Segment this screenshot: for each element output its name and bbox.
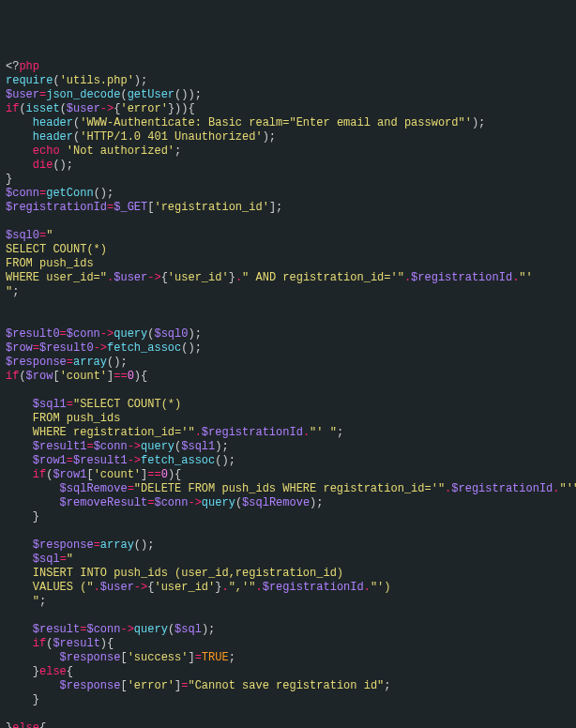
code-token: = (60, 327, 67, 341)
code-token: } (229, 271, 235, 284)
code-token: $result0 (39, 341, 94, 355)
code-line: $sql0=" (6, 229, 570, 243)
code-line: if($row1['count']==0){ (6, 468, 570, 482)
code-token: $registrationId (451, 482, 553, 495)
code-token: -> (134, 581, 147, 594)
code-token: ; (39, 595, 46, 608)
code-token: -> (128, 440, 141, 453)
code-token: $result1 (73, 454, 128, 467)
code-token: = (33, 341, 39, 355)
code-token: " (46, 229, 53, 242)
code-line: $sql1="SELECT COUNT(*) (6, 398, 570, 412)
code-line: } (6, 693, 570, 707)
code-token: $result (53, 637, 99, 650)
code-line (6, 609, 570, 623)
code-token: = (67, 454, 73, 467)
code-line: FROM push_ids (6, 412, 570, 426)
code-token: (); (134, 538, 155, 552)
code-token: $registrationId (202, 426, 303, 439)
code-token: = (60, 553, 67, 566)
code-token: array (100, 538, 134, 552)
code-line: $row1=$result1->fetch_assoc(); (6, 454, 570, 468)
code-token (6, 637, 33, 650)
code-token: getUser (128, 88, 174, 101)
code-token: { (161, 271, 168, 284)
code-token: $row1 (53, 468, 86, 481)
code-token: ] (188, 651, 194, 664)
code-token: . (235, 271, 242, 284)
code-line: FROM push_ids (6, 257, 570, 271)
code-token: if (33, 468, 46, 481)
code-token: ); (215, 440, 228, 453)
code-line: "; (6, 285, 570, 299)
code-token: -> (100, 327, 114, 341)
code-token: <? (6, 60, 19, 73)
code-token (6, 454, 33, 467)
code-token: $user (67, 102, 100, 115)
code-token: . (303, 426, 310, 439)
code-token (6, 412, 33, 425)
code-token: " (67, 553, 73, 566)
code-line (6, 215, 570, 229)
code-token: 0 (161, 468, 168, 481)
code-token: ; (229, 651, 235, 664)
code-token: 'count' (94, 468, 141, 481)
code-line: $removeResult=$conn->query($sqlRemove); (6, 496, 570, 510)
code-token: 'success' (128, 651, 189, 664)
code-token: ; (12, 285, 19, 298)
code-line: VALUES (".$user->{'user_id'}.",'".$regis… (6, 581, 570, 595)
code-line: $sqlRemove="DELETE FROM push_ids WHERE r… (6, 482, 570, 496)
code-token: })){ (168, 102, 195, 115)
code-token: $conn (94, 440, 128, 453)
code-editor[interactable]: <?phprequire('utils.php');$user=json_dec… (6, 60, 570, 728)
code-token: VALUES (" (33, 581, 94, 594)
code-token (6, 440, 33, 453)
code-token: fetch_assoc (107, 341, 181, 355)
code-token: $registrationId (263, 581, 364, 594)
code-token: " (33, 595, 39, 608)
code-token: $result (33, 623, 80, 636)
code-token: echo (33, 144, 60, 158)
code-line: WHERE registration_id='".$registrationId… (6, 426, 570, 440)
code-line: $response=array(); (6, 538, 570, 553)
code-token: php (19, 60, 39, 73)
code-token: == (147, 468, 160, 481)
code-token: . (195, 426, 202, 439)
code-token: " (100, 271, 107, 284)
code-line: $result=$conn->query($sql); (6, 623, 570, 637)
code-token (6, 567, 33, 580)
code-line: $response['success']=TRUE; (6, 651, 570, 665)
code-token: . (94, 581, 100, 594)
code-token: ); (188, 327, 201, 341)
code-token: if (6, 370, 19, 383)
code-token: 'WWW-Authenticate: Basic realm="Enter em… (80, 116, 472, 129)
code-token: $sql0 (6, 229, 39, 242)
code-token: isset (26, 102, 60, 115)
code-line (6, 384, 570, 398)
code-token: ( (120, 88, 127, 101)
code-token: $registrationId (6, 201, 107, 214)
code-token: 'error' (120, 102, 167, 115)
code-line: $sql=" (6, 553, 570, 567)
code-token (6, 623, 33, 636)
code-token: if (33, 637, 46, 650)
code-token: 0 (128, 370, 134, 383)
code-token: ( (19, 370, 25, 383)
code-line: $result0=$conn->query($sql0); (6, 327, 570, 341)
code-token: ; (337, 426, 343, 439)
code-token: json_decode (46, 88, 120, 101)
code-token: ); (263, 130, 276, 144)
code-token: ); (202, 623, 215, 636)
code-line: } (6, 510, 570, 524)
code-token (6, 553, 33, 566)
code-line: die(); (6, 159, 570, 173)
code-token: $row1 (33, 454, 67, 467)
code-token: $sql0 (154, 327, 188, 341)
code-token (6, 144, 33, 158)
code-token: == (114, 370, 127, 383)
code-token: [ (53, 370, 59, 383)
code-token: else (39, 665, 67, 678)
code-line (6, 299, 570, 313)
code-token: require (6, 74, 53, 87)
code-token: 'HTTP/1.0 401 Unauthorized' (80, 130, 262, 144)
